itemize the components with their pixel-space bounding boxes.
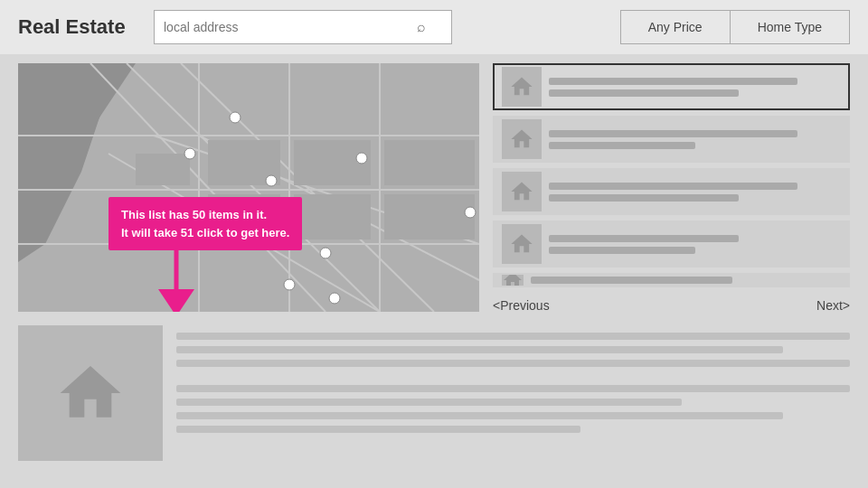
detail-text — [176, 325, 850, 461]
listing-text-line — [549, 89, 739, 97]
svg-rect-20 — [384, 194, 475, 239]
app-title: Real Estate — [18, 15, 136, 39]
listing-icon — [502, 67, 542, 107]
svg-point-24 — [184, 148, 195, 159]
listing-text-line — [549, 194, 739, 202]
listing-text-line — [549, 142, 695, 149]
listing-text-line — [549, 247, 695, 254]
listing-text — [549, 183, 841, 202]
listing-text — [549, 235, 841, 254]
listing-item[interactable] — [493, 273, 850, 287]
listing-text-line — [549, 183, 797, 190]
detail-text-line — [176, 399, 682, 406]
svg-point-30 — [284, 279, 295, 290]
detail-text-line — [176, 385, 850, 392]
svg-marker-33 — [158, 289, 194, 312]
listing-text — [549, 130, 841, 149]
svg-rect-18 — [294, 194, 371, 239]
pagination: <Previous Next> — [493, 295, 850, 316]
svg-point-25 — [356, 153, 367, 164]
svg-point-23 — [230, 112, 241, 123]
listing-text — [531, 277, 841, 284]
detail-text-line — [176, 346, 783, 353]
listing-item[interactable] — [493, 168, 850, 215]
svg-point-26 — [266, 175, 277, 186]
search-icon[interactable]: ⌕ — [417, 19, 426, 35]
svg-point-31 — [329, 293, 340, 304]
search-bar: ⌕ — [154, 10, 452, 44]
listing-text-line — [549, 235, 739, 242]
main-content: This list has 50 items in it. It will ta… — [0, 54, 868, 325]
detail-text-line — [176, 333, 850, 340]
listing-icon — [502, 224, 542, 264]
filter-buttons: Any Price Home Type — [620, 10, 850, 44]
listing-text-line — [549, 78, 797, 85]
listing-panel: <Previous Next> — [493, 63, 850, 316]
price-filter-button[interactable]: Any Price — [620, 10, 730, 44]
svg-rect-19 — [384, 140, 475, 185]
search-input[interactable] — [164, 20, 417, 34]
tooltip-line2: It will take 51 click to get here. — [121, 224, 289, 242]
listing-icon — [502, 172, 542, 211]
detail-text-line — [176, 426, 580, 433]
home-type-filter-button[interactable]: Home Type — [730, 10, 850, 44]
map-area: This list has 50 items in it. It will ta… — [18, 63, 479, 312]
listing-text-line — [549, 130, 797, 137]
svg-point-28 — [320, 248, 331, 258]
svg-point-27 — [465, 207, 476, 218]
detail-text-line — [176, 412, 783, 419]
listing-text — [549, 78, 841, 97]
svg-rect-21 — [136, 154, 190, 185]
listing-item[interactable] — [493, 221, 850, 267]
detail-text-line — [176, 360, 850, 367]
listing-item[interactable] — [493, 63, 850, 110]
header: Real Estate ⌕ Any Price Home Type — [0, 0, 868, 54]
tooltip-line1: This list has 50 items in it. — [121, 206, 289, 224]
listing-text-line — [531, 277, 732, 284]
tooltip: This list has 50 items in it. It will ta… — [108, 197, 302, 250]
listing-icon — [502, 119, 542, 159]
arrow-icon — [158, 244, 194, 312]
detail-section — [0, 325, 868, 470]
listing-icon — [502, 273, 524, 287]
next-button[interactable]: Next> — [816, 298, 850, 313]
prev-button[interactable]: <Previous — [493, 298, 550, 313]
listing-item[interactable] — [493, 116, 850, 163]
detail-image — [18, 325, 163, 461]
